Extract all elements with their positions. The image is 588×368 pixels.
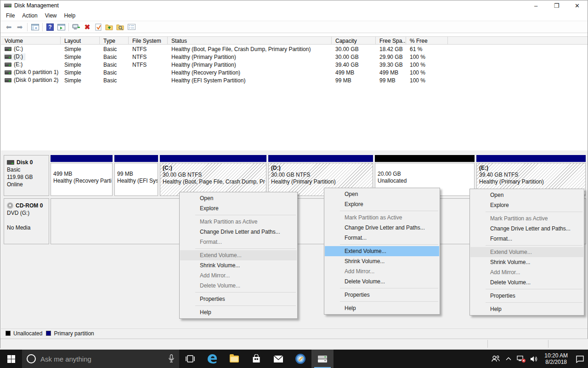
view-options-icon[interactable]: [126, 22, 137, 32]
menu-item-shrink-volume[interactable]: Shrink Volume...: [470, 257, 583, 267]
partition-body[interactable]: 499 MBHealthy (Recovery Parti: [51, 163, 113, 196]
menu-item-open[interactable]: Open: [180, 193, 297, 203]
people-icon[interactable]: [489, 350, 502, 368]
partition-block[interactable]: 499 MBHealthy (Recovery Parti: [51, 155, 113, 196]
explore-folder-icon[interactable]: [115, 22, 126, 32]
cdrom-info-panel[interactable]: CD-ROM 0 DVD (G:) No Media: [4, 198, 49, 244]
menu-separator: [195, 248, 296, 249]
menu-item-shrink-volume[interactable]: Shrink Volume...: [180, 260, 297, 270]
partition-body[interactable]: 99 MBHealthy (EFI Syst: [114, 163, 158, 196]
menu-item-change-drive-letter-and-paths[interactable]: Change Drive Letter and Paths...: [470, 224, 583, 234]
menu-item-help[interactable]: Help: [470, 304, 583, 314]
check-disk-icon[interactable]: [93, 22, 104, 32]
show-action-pane-icon[interactable]: [56, 22, 67, 32]
volume-drive-icon: [5, 47, 11, 51]
column-header-layout[interactable]: Layout: [61, 37, 100, 44]
network-error-icon[interactable]: [515, 350, 528, 368]
volume-cell: (Disk 0 partition 1): [5, 69, 60, 75]
disk-management-taskbar-icon[interactable]: [311, 350, 334, 368]
delete-icon[interactable]: ✖: [82, 22, 93, 32]
menu-item-delete-volume[interactable]: Delete Volume...: [470, 277, 583, 288]
disk0-name: Disk 0: [17, 159, 33, 166]
column-header-type[interactable]: Type: [100, 37, 129, 44]
microphone-icon[interactable]: [168, 354, 175, 363]
menu-item-format[interactable]: Format...: [325, 233, 439, 243]
legend-item-unallocated: Unallocated: [6, 330, 42, 337]
menu-item-change-drive-letter-and-paths[interactable]: Change Drive Letter and Paths...: [180, 227, 297, 237]
cell-volume: (D:): [1, 53, 61, 60]
column-header-volume[interactable]: Volume: [1, 37, 61, 44]
cell-status: Healthy (Primary Partition): [168, 62, 332, 68]
table-row[interactable]: (Disk 0 partition 1)SimpleBasicHealthy (…: [1, 69, 588, 76]
menu-item-explore[interactable]: Explore: [470, 200, 583, 210]
partition-name: (C:): [163, 165, 264, 172]
menu-item-shrink-volume[interactable]: Shrink Volume...: [325, 256, 439, 266]
chevron-up-icon[interactable]: [502, 350, 515, 368]
menu-item-format[interactable]: Format...: [470, 234, 583, 244]
minimize-button[interactable]: –: [526, 0, 546, 11]
remote-computer-icon[interactable]: [71, 22, 82, 32]
menu-item-properties[interactable]: Properties: [180, 294, 297, 304]
volume-drive-icon: [5, 55, 11, 59]
column-header-capacity[interactable]: Capacity: [332, 37, 376, 44]
disk0-info-panel[interactable]: Disk 0 Basic 119.98 GB Online: [4, 155, 49, 196]
close-button[interactable]: ✕: [567, 0, 588, 11]
partition-block[interactable]: 99 MBHealthy (EFI Syst: [114, 155, 158, 196]
partition-block[interactable]: (C:)30.00 GB NTFSHealthy (Boot, Page Fil…: [160, 155, 266, 196]
menu-item-properties[interactable]: Properties: [470, 291, 583, 301]
back-icon[interactable]: ⬅: [3, 22, 14, 32]
cell-volume: (Disk 0 partition 1): [1, 69, 61, 76]
menu-item-help[interactable]: Help: [180, 307, 297, 317]
partition-tool-icon[interactable]: [289, 350, 311, 368]
table-row[interactable]: (D:)SimpleBasicNTFSHealthy (Primary Part…: [1, 53, 588, 61]
edge-icon[interactable]: [201, 350, 223, 368]
clock[interactable]: 10:20 AM 8/2/2018: [541, 352, 571, 365]
cell-free: 29.90 GB: [376, 54, 406, 60]
restore-button[interactable]: ❐: [546, 0, 567, 11]
partition-body[interactable]: (C:)30.00 GB NTFSHealthy (Boot, Page Fil…: [160, 163, 266, 196]
menu-item-mark-partition-as-active: Mark Partition as Active: [180, 217, 297, 227]
help-icon[interactable]: ?: [45, 22, 56, 32]
open-folder-icon[interactable]: [104, 22, 115, 32]
menu-help[interactable]: Help: [61, 11, 79, 20]
menu-item-properties[interactable]: Properties: [325, 290, 439, 300]
menu-item-delete-volume: Delete Volume...: [180, 281, 297, 291]
menu-separator: [340, 211, 438, 211]
start-button[interactable]: [0, 350, 22, 368]
menu-item-delete-volume[interactable]: Delete Volume...: [325, 276, 439, 287]
cortana-icon: [27, 354, 36, 363]
volume-icon[interactable]: [528, 350, 541, 368]
table-row[interactable]: (E:)SimpleBasicNTFSHealthy (Primary Part…: [1, 61, 588, 69]
column-header-pct-free[interactable]: % Free: [406, 37, 448, 44]
menu-item-open[interactable]: Open: [470, 190, 583, 200]
task-view-icon[interactable]: [179, 350, 201, 368]
menu-item-extend-volume[interactable]: Extend Volume...: [470, 247, 583, 257]
table-row[interactable]: (C:)SimpleBasicNTFSHealthy (Boot, Page F…: [1, 45, 588, 53]
action-center-icon[interactable]: [571, 350, 588, 368]
store-icon[interactable]: [245, 350, 267, 368]
cell-free: 499 MB: [376, 69, 406, 76]
menu-item-explore[interactable]: Explore: [180, 203, 297, 213]
show-console-tree-icon[interactable]: [29, 22, 40, 32]
file-explorer-icon[interactable]: [223, 350, 245, 368]
menu-item-open[interactable]: Open: [325, 189, 439, 199]
menu-item-extend-volume[interactable]: Extend Volume...: [325, 246, 439, 256]
menu-item-help[interactable]: Help: [325, 303, 439, 313]
forward-icon[interactable]: ➡: [14, 22, 25, 32]
menu-action[interactable]: Action: [18, 11, 41, 20]
menu-item-change-drive-letter-and-paths[interactable]: Change Drive Letter and Paths...: [325, 223, 439, 233]
mail-icon[interactable]: [267, 350, 289, 368]
disk0-status: Online: [7, 181, 47, 188]
column-header-status[interactable]: Status: [168, 37, 332, 44]
column-header-free-space[interactable]: Free Spa...: [376, 37, 406, 44]
cell-pct: 100 %: [406, 77, 448, 84]
search-box[interactable]: Ask me anything: [22, 350, 179, 368]
menu-view[interactable]: View: [41, 11, 61, 20]
menu-item-extend-volume[interactable]: Extend Volume...: [180, 250, 297, 260]
menu-item-explore[interactable]: Explore: [325, 199, 439, 209]
column-header-file-system[interactable]: File System: [129, 37, 168, 44]
menu-file[interactable]: File: [2, 11, 18, 20]
primary-partition-swatch: [46, 331, 51, 336]
table-row[interactable]: (Disk 0 partition 2)SimpleBasicHealthy (…: [1, 76, 588, 84]
cdrom-drive: DVD (G:): [7, 210, 47, 216]
